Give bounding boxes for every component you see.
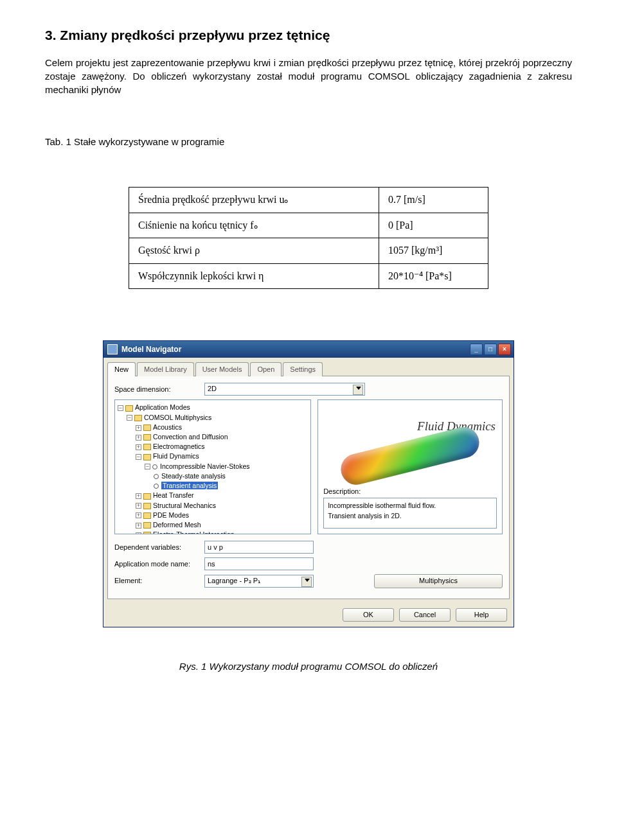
app-icon bbox=[107, 344, 118, 354]
figure-caption: Rys. 1 Wykorzystany moduł programu COMSO… bbox=[45, 660, 572, 673]
folder-icon bbox=[143, 503, 151, 509]
section-heading: 3. Zmiany prędkości przepływu przez tętn… bbox=[45, 26, 572, 44]
tree-item[interactable]: Electro-Thermal Interaction bbox=[153, 530, 235, 534]
const-name: Współczynnik lepkości krwi η bbox=[129, 263, 379, 288]
folder-icon bbox=[143, 522, 151, 529]
tree-item[interactable]: Deformed Mesh bbox=[153, 521, 201, 529]
mode-name-field[interactable] bbox=[204, 557, 314, 570]
expand-icon[interactable]: + bbox=[136, 444, 141, 450]
tab-new[interactable]: New bbox=[107, 362, 136, 376]
tab-model-library[interactable]: Model Library bbox=[137, 362, 194, 376]
window-title: Model Navigator bbox=[121, 344, 181, 355]
space-dimension-label: Space dimension: bbox=[114, 385, 204, 394]
folder-icon bbox=[143, 512, 151, 519]
collapse-icon[interactable]: − bbox=[136, 454, 141, 460]
const-value: 0 [Pa] bbox=[379, 213, 488, 238]
chevron-down-icon bbox=[305, 579, 310, 582]
description-box: Incompressible isothermal fluid flow. Tr… bbox=[323, 498, 497, 529]
tree-comsol[interactable]: COMSOL Multiphysics bbox=[144, 414, 211, 421]
intro-paragraph: Celem projektu jest zaprezentowanie prze… bbox=[45, 56, 572, 96]
tab-open[interactable]: Open bbox=[250, 362, 282, 376]
tree-steady-state[interactable]: Steady-state analysis bbox=[161, 472, 226, 480]
folder-icon bbox=[143, 532, 151, 534]
folder-icon bbox=[143, 493, 151, 500]
tree-navier-stokes[interactable]: Incompressible Navier-Stokes bbox=[160, 462, 249, 470]
model-navigator-dialog: Model Navigator _ □ × New Model Library … bbox=[103, 340, 514, 627]
tab-strip: New Model Library User Models Open Setti… bbox=[103, 358, 514, 376]
table-row: Gęstość krwi ρ 1057 [kg/m³] bbox=[129, 238, 488, 263]
cancel-button[interactable]: Cancel bbox=[399, 608, 451, 622]
tree-item[interactable]: Structural Mechanics bbox=[153, 502, 216, 509]
multiphysics-button[interactable]: Multiphysics bbox=[374, 574, 503, 588]
tree-item[interactable]: PDE Modes bbox=[153, 511, 189, 519]
const-value: 20*10⁻⁴ [Pa*s] bbox=[379, 263, 488, 288]
tab-user-models[interactable]: User Models bbox=[195, 362, 249, 376]
folder-icon bbox=[143, 424, 151, 431]
folder-icon bbox=[134, 415, 142, 421]
tree-fluid-dynamics[interactable]: Fluid Dynamics bbox=[153, 452, 199, 460]
table-caption: Tab. 1 Stałe wykorzystywane w programie bbox=[45, 135, 572, 148]
tab-settings[interactable]: Settings bbox=[283, 362, 323, 376]
table-row: Średnia prędkość przepływu krwi uₒ 0.7 [… bbox=[129, 188, 488, 213]
collapse-icon[interactable]: − bbox=[118, 405, 123, 411]
collapse-icon[interactable]: − bbox=[145, 464, 150, 469]
chevron-down-icon bbox=[356, 387, 361, 390]
tree-item[interactable]: Electromagnetics bbox=[153, 442, 205, 450]
folder-icon bbox=[143, 444, 151, 450]
expand-icon[interactable]: + bbox=[136, 512, 141, 518]
help-button[interactable]: Help bbox=[456, 608, 507, 622]
element-label: Element: bbox=[114, 576, 204, 586]
node-icon bbox=[154, 484, 159, 489]
ok-button[interactable]: OK bbox=[343, 608, 394, 622]
tree-root[interactable]: Application Modes bbox=[135, 403, 190, 411]
expand-icon[interactable]: + bbox=[136, 523, 141, 529]
space-dimension-select[interactable]: 2D bbox=[204, 383, 365, 396]
tree-transient-analysis[interactable]: Transient analysis bbox=[161, 482, 218, 489]
constants-table: Średnia prędkość przepływu krwi uₒ 0.7 [… bbox=[129, 187, 488, 289]
dependent-variables-field[interactable] bbox=[204, 541, 314, 554]
const-name: Gęstość krwi ρ bbox=[129, 238, 379, 263]
collapse-icon[interactable]: − bbox=[127, 415, 132, 421]
expand-icon[interactable]: + bbox=[136, 532, 141, 534]
tab-panel-new: Space dimension: 2D −Application Modes −… bbox=[107, 376, 510, 599]
tree-item[interactable]: Acoustics bbox=[153, 423, 182, 431]
expand-icon[interactable]: + bbox=[136, 435, 141, 441]
expand-icon[interactable]: + bbox=[136, 503, 141, 509]
element-select[interactable]: Lagrange - P₂ P₁ bbox=[204, 575, 314, 588]
description-line: Incompressible isothermal fluid flow. bbox=[328, 501, 492, 511]
maximize-button[interactable]: □ bbox=[484, 344, 497, 355]
node-icon bbox=[154, 474, 159, 479]
mode-name-label: Application mode name: bbox=[114, 559, 204, 569]
table-row: Ciśnienie na końcu tętnicy fₒ 0 [Pa] bbox=[129, 213, 488, 238]
expand-icon[interactable]: + bbox=[136, 425, 141, 431]
tree-item[interactable]: Convection and Diffusion bbox=[153, 433, 228, 441]
fluid-dynamics-illustration bbox=[338, 424, 483, 488]
folder-icon bbox=[143, 434, 151, 441]
const-name: Średnia prędkość przepływu krwi uₒ bbox=[129, 188, 379, 213]
table-row: Współczynnik lepkości krwi η 20*10⁻⁴ [Pa… bbox=[129, 263, 488, 288]
description-line: Transient analysis in 2D. bbox=[328, 511, 492, 521]
folder-icon bbox=[125, 405, 133, 412]
dependent-variables-label: Dependent variables: bbox=[114, 543, 204, 552]
minimize-button[interactable]: _ bbox=[470, 344, 483, 355]
const-value: 0.7 [m/s] bbox=[379, 188, 488, 213]
expand-icon[interactable]: + bbox=[136, 493, 141, 499]
element-value: Lagrange - P₂ P₁ bbox=[208, 577, 260, 584]
preview-pane: Fluid Dynamics Description: Incompressib… bbox=[317, 399, 503, 534]
close-button[interactable]: × bbox=[498, 344, 511, 355]
application-modes-tree[interactable]: −Application Modes −COMSOL Multiphysics … bbox=[114, 399, 311, 534]
space-dimension-value: 2D bbox=[208, 385, 217, 392]
titlebar[interactable]: Model Navigator _ □ × bbox=[103, 341, 514, 358]
const-name: Ciśnienie na końcu tętnicy fₒ bbox=[129, 213, 379, 238]
const-value: 1057 [kg/m³] bbox=[379, 238, 488, 263]
description-label: Description: bbox=[323, 487, 497, 496]
folder-icon bbox=[143, 454, 151, 460]
tree-item[interactable]: Heat Transfer bbox=[153, 491, 194, 499]
node-icon bbox=[152, 464, 157, 469]
